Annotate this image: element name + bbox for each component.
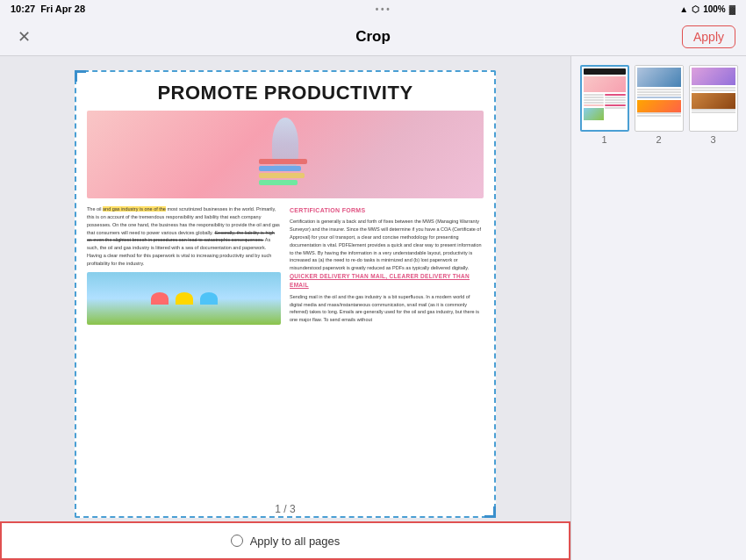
apply-button[interactable]: Apply [682,25,735,48]
status-bar-center: • • • [376,4,390,14]
status-bar-left: 10:27 Fri Apr 28 [11,4,85,14]
wifi-icon: ▲ [679,4,688,14]
thumbnail-row: 1 2 [580,65,738,145]
crop-wrapper[interactable]: PROMOTE PRODUCTIVITY The oil and gas ind… [75,70,496,518]
main-content: PROMOTE PRODUCTIVITY The oil and gas ind… [0,56,746,560]
umbrella-scene [87,272,281,325]
thumb1-col2 [605,94,626,120]
bluetooth-icon: ⬡ [692,4,699,14]
battery-icon: ▓ [729,4,735,14]
thumb1-title-bar [584,68,626,75]
document-area: PROMOTE PRODUCTIVITY The oil and gas ind… [0,56,570,560]
document-page: PROMOTE PRODUCTIVITY The oil and gas ind… [75,70,496,518]
dots: • • • [376,4,390,14]
thumbnail-item-3[interactable]: 3 [689,65,738,145]
close-button[interactable]: ✕ [11,24,37,50]
thumb1-content [582,67,628,122]
thumb1-hero-img [584,76,626,92]
hero-image [87,111,484,198]
toolbar-title: Crop [355,28,391,46]
battery-level: 100% [703,4,726,14]
thumb3-img2 [692,93,735,109]
thumb-label-3: 3 [710,134,715,145]
page-number: 1 / 3 [275,503,295,515]
thumb1-col1 [584,94,605,120]
thumb-page-1[interactable] [580,65,629,132]
toolbar: ✕ Crop Apply [0,18,746,56]
thumb1-cols [584,94,626,120]
thumb2-img2 [637,100,681,112]
time: 10:27 [11,4,35,14]
doc-columns: The oil and gas industry is one of the m… [87,205,484,328]
page-indicator: 1 / 3 [275,500,295,516]
thumbnail-item-2[interactable]: 2 [635,65,684,145]
thumb-page-2[interactable] [635,65,684,132]
thumb2-hero-img [637,68,681,87]
doc-col-right: CERTIFICATION FORMS Certification is gen… [290,205,484,328]
status-bar-right: ▲ ⬡ 100% ▓ [679,4,735,14]
status-bar: 10:27 Fri Apr 28 • • • ▲ ⬡ 100% ▓ [0,0,746,18]
apply-all-label: Apply to all pages [250,535,341,548]
umbrella2 [176,292,193,305]
stack-decoration [259,159,312,185]
col-heading-2: QUICKER DELIVERY THAN MAIL, CLEARER DELI… [290,272,484,291]
thumb3-content [690,66,737,116]
col-text-2: Sending mail in the oil and the gas indu… [290,293,484,324]
col-heading-1: CERTIFICATION FORMS [290,205,484,215]
date: Fri Apr 28 [40,4,85,14]
lower-image [87,272,281,325]
umbrella3 [200,292,218,305]
doc-col-left: The oil and gas industry is one of the m… [87,205,281,328]
thumb3-hero-img [692,68,735,85]
thumb-page-3[interactable] [689,65,738,132]
thumbnail-sidebar: 1 2 [570,56,746,560]
thumbnail-item-1[interactable]: 1 [580,65,629,145]
thumb-label-2: 2 [656,134,661,145]
thumb2-content [635,66,683,119]
apply-all-circle-icon [231,535,243,547]
apply-all-bar[interactable]: Apply to all pages [0,521,570,560]
document-title: PROMOTE PRODUCTIVITY [87,83,484,104]
umbrella1 [151,292,169,305]
thumb-label-1: 1 [601,134,606,145]
col-text-1: Certification is generally a back and fo… [290,218,484,272]
